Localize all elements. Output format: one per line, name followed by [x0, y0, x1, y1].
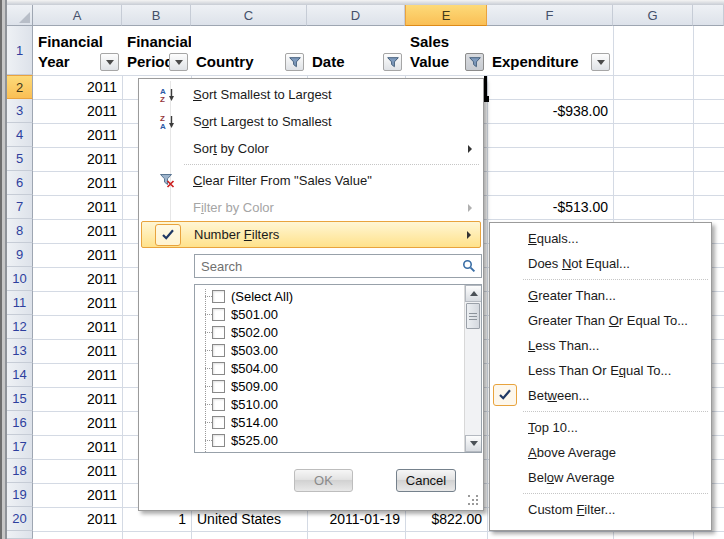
field-header-C1[interactable]: Country	[191, 26, 307, 75]
column-header-E[interactable]: E	[405, 5, 487, 26]
cell-A4[interactable]: 2011	[33, 123, 122, 147]
filter-button-D[interactable]	[383, 53, 402, 71]
value-checkbox[interactable]	[212, 362, 225, 375]
filter-value-option-partial[interactable]	[195, 449, 464, 452]
filter-value-option[interactable]: $502.00	[195, 323, 464, 341]
row-header-4[interactable]: 4	[7, 123, 33, 147]
row-header-partial[interactable]	[7, 531, 33, 539]
cell-A20[interactable]: 2011	[33, 507, 122, 531]
submenu-item-less-than-or-equal-to[interactable]: Less Than Or Equal To...	[490, 358, 711, 383]
menu-item-sort-largest-to-smallest[interactable]: ZASort Largest to Smallest	[141, 108, 481, 135]
cell-A14[interactable]: 2011	[33, 363, 122, 387]
column-header-partial[interactable]	[693, 5, 724, 26]
value-checkbox[interactable]	[212, 452, 225, 453]
filter-value-option[interactable]: $501.00	[195, 305, 464, 323]
cell-A9[interactable]: 2011	[33, 243, 122, 267]
row-header-11[interactable]: 11	[7, 291, 33, 315]
column-header-G[interactable]: G	[613, 5, 693, 26]
field-header-F1[interactable]: Expenditure	[487, 26, 613, 75]
cell-A18[interactable]: 2011	[33, 459, 122, 483]
row-header-1[interactable]: 1	[7, 26, 33, 75]
value-checkbox[interactable]	[212, 380, 225, 393]
menu-item-sort-by-color[interactable]: Sort by Color	[141, 135, 481, 162]
row-header-6[interactable]: 6	[7, 171, 33, 195]
cell-A17[interactable]: 2011	[33, 435, 122, 459]
submenu-item-custom-filter[interactable]: Custom Filter...	[490, 497, 711, 522]
submenu-item-below-average[interactable]: Below Average	[490, 465, 711, 490]
cell-A15[interactable]: 2011	[33, 387, 122, 411]
field-header-A1[interactable]: FinancialYear	[33, 26, 122, 75]
submenu-item-between[interactable]: Between...	[490, 383, 711, 408]
submenu-item-greater-than[interactable]: Greater Than...	[490, 283, 711, 308]
cell-A16[interactable]: 2011	[33, 411, 122, 435]
filter-value-option[interactable]: $525.00	[195, 431, 464, 449]
column-header-A[interactable]: A	[33, 5, 122, 26]
filter-value-option[interactable]: $509.00	[195, 377, 464, 395]
filter-button-A[interactable]	[100, 53, 119, 71]
cell-A2[interactable]: 2011	[33, 75, 122, 99]
filter-value-option[interactable]: $504.00	[195, 359, 464, 377]
menu-item-sort-smallest-to-largest[interactable]: AZSort Smallest to Largest	[141, 81, 481, 108]
field-header-D1[interactable]: Date	[307, 26, 405, 75]
cell-A11[interactable]: 2011	[33, 291, 122, 315]
filter-button-B[interactable]	[169, 53, 188, 71]
row-header-10[interactable]: 10	[7, 267, 33, 291]
filter-value-option[interactable]: $514.00	[195, 413, 464, 431]
value-checkbox[interactable]	[212, 434, 225, 447]
filter-button-E[interactable]	[465, 53, 484, 71]
submenu-item-does-not-equal[interactable]: Does Not Equal...	[490, 251, 711, 276]
cell-F7[interactable]: -$513.00	[487, 195, 613, 219]
row-header-20[interactable]: 20	[7, 507, 33, 531]
row-header-18[interactable]: 18	[7, 459, 33, 483]
row-header-12[interactable]: 12	[7, 315, 33, 339]
list-scrollbar[interactable]	[464, 285, 481, 452]
row-header-16[interactable]: 16	[7, 411, 33, 435]
submenu-item-top-10[interactable]: Top 10...	[490, 415, 711, 440]
row-header-8[interactable]: 8	[7, 219, 33, 243]
menu-item-filter-by-color[interactable]: Filter by Color	[141, 194, 481, 221]
scroll-down-button[interactable]	[465, 435, 482, 452]
row-header-3[interactable]: 3	[7, 99, 33, 123]
column-header-C[interactable]: C	[191, 5, 307, 26]
row-header-17[interactable]: 17	[7, 435, 33, 459]
column-header-D[interactable]: D	[307, 5, 405, 26]
value-checkbox[interactable]	[212, 308, 225, 321]
row-header-14[interactable]: 14	[7, 363, 33, 387]
menu-item-clear-filter[interactable]: Clear Filter From "Sales Value"	[141, 167, 481, 194]
submenu-item-greater-than-or-equal-to[interactable]: Greater Than Or Equal To...	[490, 308, 711, 333]
scroll-up-button[interactable]	[465, 285, 482, 302]
ok-button[interactable]: OK	[294, 469, 353, 492]
row-header-5[interactable]: 5	[7, 147, 33, 171]
filter-value-option[interactable]: (Select All)	[195, 287, 464, 305]
submenu-item-equals[interactable]: Equals...	[490, 226, 711, 251]
search-icon[interactable]	[462, 259, 476, 273]
cell-A5[interactable]: 2011	[33, 147, 122, 171]
cell-A6[interactable]: 2011	[33, 171, 122, 195]
row-header-9[interactable]: 9	[7, 243, 33, 267]
cell-F3[interactable]: -$938.00	[487, 99, 613, 123]
row-header-19[interactable]: 19	[7, 483, 33, 507]
value-checkbox[interactable]	[212, 344, 225, 357]
cell-A12[interactable]: 2011	[33, 315, 122, 339]
resize-grip[interactable]	[468, 495, 480, 507]
column-header-B[interactable]: B	[122, 5, 191, 26]
row-header-13[interactable]: 13	[7, 339, 33, 363]
select-all-corner[interactable]	[7, 5, 33, 26]
cell-A3[interactable]: 2011	[33, 99, 122, 123]
value-checkbox[interactable]	[212, 416, 225, 429]
submenu-item-above-average[interactable]: Above Average	[490, 440, 711, 465]
value-checkbox[interactable]	[212, 326, 225, 339]
value-checkbox[interactable]	[212, 398, 225, 411]
scrollbar-thumb[interactable]	[466, 303, 480, 329]
filter-button-C[interactable]	[285, 53, 304, 71]
row-header-2[interactable]: 2	[7, 75, 33, 99]
cell-A8[interactable]: 2011	[33, 219, 122, 243]
cell-A19[interactable]: 2011	[33, 483, 122, 507]
filter-value-option[interactable]: $510.00	[195, 395, 464, 413]
value-checkbox[interactable]	[212, 290, 225, 303]
fill-handle[interactable]	[484, 96, 489, 102]
row-header-15[interactable]: 15	[7, 387, 33, 411]
cell-A10[interactable]: 2011	[33, 267, 122, 291]
filter-button-F[interactable]	[591, 53, 610, 71]
submenu-item-less-than[interactable]: Less Than...	[490, 333, 711, 358]
